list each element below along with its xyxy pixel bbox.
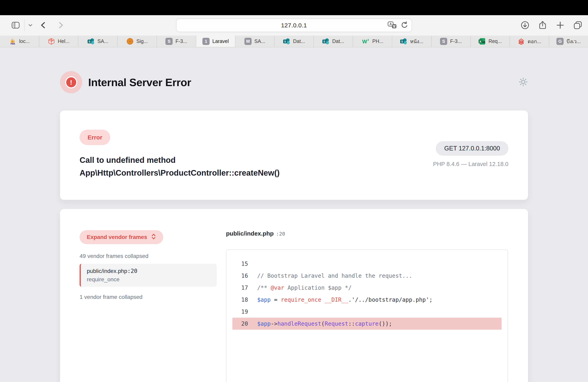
forward-icon <box>56 21 65 30</box>
error-alert-icon: ! <box>60 71 82 93</box>
sidebar-toggle-button[interactable] <box>11 20 20 30</box>
sigma-icon <box>126 38 134 45</box>
error-summary-card: Error Call to undefined method App\Http\… <box>60 111 528 200</box>
share-button[interactable] <box>538 20 547 30</box>
code-file-name: public/index.php <box>226 230 273 237</box>
safari-window: 127.0.0.1 A <box>0 0 588 382</box>
code-line-17: 17/** @var Application $app */ <box>232 282 502 294</box>
error-summary-left: Error Call to undefined method App\Http\… <box>80 130 280 200</box>
tab-หนัง[interactable]: Sหนัง... <box>392 36 431 47</box>
tab-label: PH... <box>372 38 384 44</box>
error-badge: Error <box>80 130 110 145</box>
tab-overview-button[interactable] <box>573 20 582 30</box>
sun-icon <box>518 77 528 87</box>
sidebar-icon <box>11 20 20 30</box>
reload-icon <box>400 21 408 30</box>
new-tab-button[interactable] <box>556 20 565 30</box>
frame-line-number: :20 <box>127 268 137 274</box>
svg-text:S: S <box>284 40 286 43</box>
tab-label: SA... <box>97 38 108 44</box>
back-icon <box>39 21 48 30</box>
tab-label: ดอก... <box>528 37 541 45</box>
line-number: 20 <box>232 321 248 327</box>
reload-button[interactable] <box>400 21 408 30</box>
exclamation-icon: ! <box>65 76 77 88</box>
tab-overview-icon <box>573 20 582 30</box>
tab-f3[interactable]: SF-3... <box>432 36 471 47</box>
forward-button[interactable] <box>56 21 65 30</box>
svg-text:PMA: PMA <box>11 42 15 45</box>
theme-toggle-button[interactable] <box>518 77 528 87</box>
tab-label: Sig... <box>136 38 148 44</box>
line-number: 19 <box>232 308 248 315</box>
line-number: 18 <box>232 296 248 303</box>
request-badge: GET 127.0.0.1:8000 <box>436 141 508 156</box>
tab-ph[interactable]: W3PH... <box>353 36 392 47</box>
svg-text:X: X <box>480 40 482 43</box>
translate-icon: A <box>388 21 397 30</box>
svg-text:S: S <box>89 40 90 43</box>
code-line-15: 15 <box>232 258 502 270</box>
downloads-button[interactable] <box>520 20 530 30</box>
code-text: $app->handleRequest(Request::capture()); <box>257 321 392 327</box>
exception-message: Call to undefined method App\Http\Contro… <box>80 154 280 179</box>
tab-sa[interactable]: MSA... <box>235 36 274 47</box>
frame-caller: require_once <box>87 276 210 283</box>
tab-hel[interactable]: Hel... <box>39 36 78 47</box>
sharepoint-icon: S <box>322 38 329 45</box>
tab-sig[interactable]: Sig... <box>118 36 157 47</box>
page-title: Internal Server Error <box>88 76 191 89</box>
tab-label: F-3... <box>175 38 187 44</box>
letter-tile-icon: S <box>165 38 173 45</box>
code-line-19: 19 <box>232 306 502 318</box>
code-line-16: 16// Bootstrap Laravel and handle the re… <box>232 270 502 282</box>
expand-vendor-frames-button[interactable]: Expand vendor frames <box>80 230 163 244</box>
code-line-20: 20$app->handleRequest(Request::capture()… <box>232 318 502 330</box>
nav-group <box>11 19 65 31</box>
letter-tile-icon: G <box>556 38 564 45</box>
browser-toolbar: 127.0.0.1 A <box>0 15 588 36</box>
sharepoint-icon: S <box>87 38 95 45</box>
download-icon <box>520 20 530 30</box>
code-column: public/index.php:20 1516// Bootstrap Lar… <box>226 230 508 382</box>
line-number: 17 <box>232 285 248 291</box>
code-file-header: public/index.php:20 <box>226 230 508 237</box>
tab-บึงเว[interactable]: Gบึงเว... <box>549 36 588 47</box>
tab-laravel[interactable]: 1Laravel <box>196 36 235 47</box>
environment-versions: PHP 8.4.6 — Laravel 12.18.0 <box>433 161 508 167</box>
frames-column: Expand vendor frames 49 vendor frames co… <box>80 230 217 382</box>
letter-tile-icon: M <box>244 38 252 45</box>
translate-button[interactable]: A <box>388 21 397 30</box>
sharepoint-icon: S <box>283 38 290 45</box>
stack-trace-card: Expand vendor frames 49 vendor frames co… <box>60 209 528 382</box>
chevron-down-icon <box>28 22 33 28</box>
request-meta: GET 127.0.0.1:8000 PHP 8.4.6 — Laravel 1… <box>433 141 508 200</box>
menu-bar-black <box>0 0 588 15</box>
stack-frame-item[interactable]: public/index.php:20 require_once <box>80 264 217 287</box>
tab-f3[interactable]: SF-3... <box>157 36 196 47</box>
error-page: ! Internal Server Error <box>0 47 588 382</box>
laravel-icon <box>48 38 55 45</box>
tab-ดอก[interactable]: ดอก... <box>510 36 549 47</box>
tab-loc[interactable]: PMAloc... <box>0 36 39 47</box>
tab-label: Dat... <box>332 38 344 44</box>
red-chevrons-icon <box>518 38 525 45</box>
url-text: 127.0.0.1 <box>281 22 307 29</box>
letter-tile-icon: 1 <box>202 38 210 45</box>
phpmyadmin-icon: PMA <box>9 38 16 45</box>
back-button[interactable] <box>39 21 48 30</box>
address-bar[interactable]: 127.0.0.1 A <box>176 19 412 32</box>
tab-label: หนัง... <box>410 37 423 45</box>
tab-dat[interactable]: SDat... <box>314 36 353 47</box>
excel-icon: X <box>478 38 486 45</box>
frame-file: public/index.php:20 <box>87 268 210 274</box>
line-number: 16 <box>232 272 248 279</box>
tab-sa[interactable]: SSA... <box>78 36 118 47</box>
sidebar-menu-button[interactable] <box>28 22 33 28</box>
tab-dat[interactable]: SDat... <box>274 36 314 47</box>
svg-text:S: S <box>401 40 403 43</box>
svg-text:S: S <box>323 40 325 43</box>
svg-text:3: 3 <box>367 38 369 41</box>
tab-req[interactable]: XReq... <box>471 36 510 47</box>
page-header: ! Internal Server Error <box>60 71 528 93</box>
